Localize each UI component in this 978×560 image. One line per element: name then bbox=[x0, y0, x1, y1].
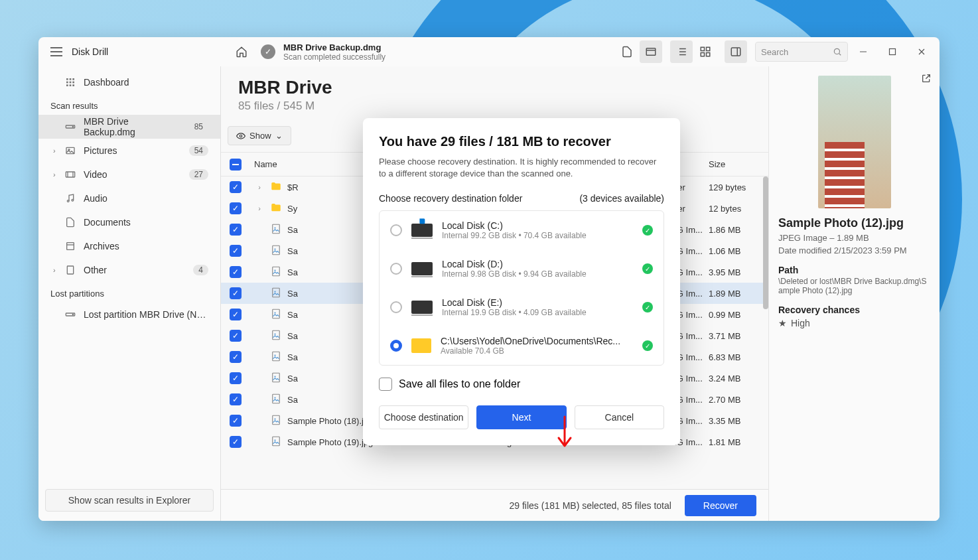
choose-destination-button[interactable]: Choose destination bbox=[379, 405, 468, 429]
destination-option[interactable]: Local Disk (E:)Internal 19.9 GB disk • 4… bbox=[380, 288, 664, 326]
radio-icon bbox=[390, 301, 402, 313]
radio-icon bbox=[390, 263, 402, 275]
destination-sub: Internal 99.2 GB disk • 70.4 GB availabl… bbox=[442, 231, 633, 240]
radio-icon bbox=[390, 224, 402, 236]
ok-icon: ✓ bbox=[642, 225, 653, 236]
drive-icon bbox=[411, 224, 433, 237]
drive-icon bbox=[411, 301, 433, 314]
modal-title: You have 29 files / 181 MB to recover bbox=[379, 134, 664, 149]
ok-icon: ✓ bbox=[642, 263, 653, 274]
next-button[interactable]: Next bbox=[476, 405, 566, 429]
recovery-destination-modal: You have 29 files / 181 MB to recover Pl… bbox=[363, 118, 680, 445]
ok-icon: ✓ bbox=[642, 340, 653, 351]
save-all-to-one-folder-checkbox[interactable]: Save all files to one folder bbox=[379, 378, 664, 391]
destination-sub: Available 70.4 GB bbox=[441, 346, 633, 356]
destination-option[interactable]: Local Disk (C:)Internal 99.2 GB disk • 7… bbox=[380, 211, 664, 249]
modal-devices-count: (3 devices available) bbox=[579, 193, 664, 204]
cancel-button[interactable]: Cancel bbox=[575, 405, 664, 429]
save-all-label: Save all files to one folder bbox=[399, 378, 520, 390]
ok-icon: ✓ bbox=[642, 302, 653, 313]
modal-choose-label: Choose recovery destination folder bbox=[379, 193, 522, 204]
app-window: Disk Drill ✓ MBR Drive Backup.dmg Scan c… bbox=[38, 37, 940, 521]
drive-icon bbox=[411, 262, 433, 275]
destination-option[interactable]: C:\Users\Yodel\OneDrive\Documents\Rec...… bbox=[380, 326, 664, 365]
radio-icon bbox=[390, 340, 402, 352]
destination-name: Local Disk (E:) bbox=[442, 297, 633, 308]
destination-name: Local Disk (C:) bbox=[442, 220, 633, 231]
destination-option[interactable]: Local Disk (D:)Internal 9.98 GB disk • 9… bbox=[380, 249, 664, 288]
destination-sub: Internal 19.9 GB disk • 4.09 GB availabl… bbox=[442, 308, 633, 317]
checkbox-icon bbox=[379, 378, 392, 391]
destination-sub: Internal 9.98 GB disk • 9.94 GB availabl… bbox=[442, 269, 633, 279]
folder-icon bbox=[411, 338, 431, 353]
modal-description: Please choose recovery destination. It i… bbox=[379, 156, 664, 180]
destination-name: Local Disk (D:) bbox=[442, 259, 633, 269]
destination-name: C:\Users\Yodel\OneDrive\Documents\Rec... bbox=[441, 336, 633, 346]
